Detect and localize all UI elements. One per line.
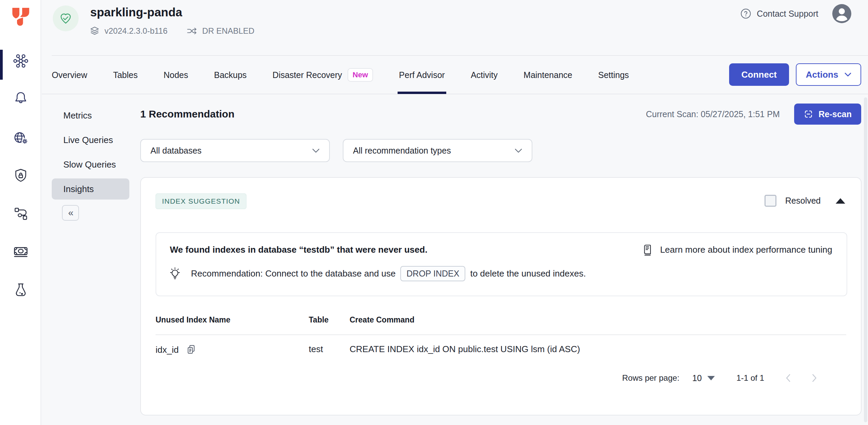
- create-command-cell: CREATE INDEX idx_id ON public.test USING…: [350, 344, 580, 355]
- chevron-down-icon: [312, 148, 320, 153]
- chevron-down-icon: [845, 73, 851, 77]
- yugabyte-logo-icon[interactable]: [10, 5, 32, 28]
- tab-activity[interactable]: Activity: [471, 56, 498, 94]
- database-filter-value: All databases: [150, 146, 202, 156]
- finding-suffix: that were never used.: [335, 245, 428, 255]
- sidenav-label: Live Queries: [63, 135, 113, 145]
- heart-check-icon: [58, 11, 73, 26]
- finding-panel: We found indexes in database “testdb” th…: [156, 232, 847, 296]
- learn-more-link[interactable]: Learn more about index performance tunin…: [641, 243, 832, 256]
- column-header-index-name: Unused Index Name: [156, 315, 230, 325]
- cluster-name-title: sparkling-panda: [90, 5, 182, 19]
- tab-backups[interactable]: Backups: [214, 56, 247, 94]
- recommendation-suffix: to delete the unused indexes.: [470, 268, 586, 279]
- drop-index-chip: DROP INDEX: [400, 266, 465, 281]
- table-row: idx_id test CREATE INDEX idx_id ON publi…: [156, 344, 846, 364]
- column-header-create-command: Create Command: [350, 315, 414, 325]
- tab-label: Tables: [113, 70, 138, 80]
- sidebar-item-regions[interactable]: [12, 129, 30, 147]
- sidebar-item-billing[interactable]: [12, 242, 30, 261]
- actions-button[interactable]: Actions: [796, 63, 861, 86]
- recommendation-row: Recommendation: Connect to the database …: [168, 266, 586, 281]
- book-icon: [641, 243, 654, 256]
- dr-status-label: DR ENABLED: [202, 26, 254, 36]
- globe-gear-icon: [12, 129, 30, 147]
- vertical-scrollbar[interactable]: [864, 97, 867, 422]
- tab-nodes[interactable]: Nodes: [163, 56, 188, 94]
- recommendation-prefix: Recommendation: Connect to the database …: [191, 268, 396, 279]
- tab-perf-advisor[interactable]: Perf Advisor: [399, 56, 445, 94]
- index-name-cell: idx_id: [156, 344, 196, 356]
- current-scan-label: Current Scan: 05/27/2025, 1:51 PM: [646, 109, 779, 119]
- resolved-label: Resolved: [785, 196, 821, 206]
- rescan-label: Re-scan: [819, 109, 852, 119]
- tab-tables[interactable]: Tables: [113, 56, 138, 94]
- perf-advisor-side-nav: Metrics Live Queries Slow Queries Insigh…: [52, 105, 129, 221]
- page-range-label: 1-1 of 1: [737, 373, 764, 383]
- tab-overview[interactable]: Overview: [52, 56, 87, 94]
- learn-more-label: Learn more about index performance tunin…: [660, 245, 832, 255]
- table-name-cell: test: [309, 344, 323, 355]
- recommendation-count-heading: 1 Recommendation: [140, 108, 235, 120]
- tab-label: Backups: [214, 70, 247, 80]
- rows-per-page-caret-icon[interactable]: [707, 376, 715, 380]
- contact-support-button[interactable]: Contact Support: [740, 8, 818, 19]
- sidenav-item-slow-queries[interactable]: Slow Queries: [52, 154, 129, 175]
- filter-row: All databases All recommendation types: [140, 139, 532, 162]
- column-header-table: Table: [309, 315, 328, 325]
- copy-icon[interactable]: [186, 344, 196, 356]
- database-filter-select[interactable]: All databases: [140, 139, 330, 162]
- finding-message: We found indexes in database “testdb” th…: [170, 245, 428, 255]
- collapse-card-caret-icon[interactable]: [836, 198, 845, 204]
- tab-label: Disaster Recovery: [273, 70, 342, 80]
- connect-label: Connect: [741, 69, 777, 80]
- tab-label: Maintenance: [524, 70, 572, 80]
- sidenav-item-insights[interactable]: Insights: [52, 178, 129, 200]
- sidenav-item-metrics[interactable]: Metrics: [52, 105, 129, 126]
- flask-icon: [12, 281, 29, 298]
- suggestion-type-badge: INDEX SUGGESTION: [156, 193, 246, 209]
- tab-maintenance[interactable]: Maintenance: [524, 56, 572, 94]
- recommendation-type-filter-select[interactable]: All recommendation types: [343, 139, 532, 162]
- workflow-icon: [12, 205, 29, 222]
- tab-label: Overview: [52, 70, 87, 80]
- collapse-sidebar-button[interactable]: «: [62, 205, 79, 221]
- index-name-value: idx_id: [156, 345, 179, 355]
- next-page-button[interactable]: [812, 374, 817, 382]
- sidenav-item-live-queries[interactable]: Live Queries: [52, 129, 129, 151]
- version-label: v2024.2.3.0-b116: [105, 26, 167, 36]
- layers-icon: [90, 26, 100, 36]
- help-circle-icon: [740, 8, 752, 19]
- finding-database-name: “testdb”: [299, 245, 335, 255]
- lightbulb-icon: [168, 266, 182, 281]
- tab-label: Settings: [598, 70, 629, 80]
- table-header-divider: [156, 334, 846, 335]
- sidebar-item-labs[interactable]: [12, 281, 30, 299]
- previous-page-button[interactable]: [785, 374, 791, 382]
- user-avatar[interactable]: [832, 4, 852, 23]
- sidebar-item-alerts[interactable]: [12, 89, 30, 107]
- rail-active-indicator: [0, 50, 3, 80]
- type-filter-value: All recommendation types: [353, 146, 451, 156]
- shuffle-icon: [187, 27, 197, 35]
- banknote-icon: [12, 243, 30, 261]
- cluster-health-badge: [53, 5, 79, 31]
- finding-message-row: We found indexes in database “testdb” th…: [170, 243, 832, 256]
- sidebar-item-security[interactable]: [12, 166, 30, 185]
- cluster-meta: v2024.2.3.0-b116 DR ENABLED: [90, 26, 254, 36]
- rescan-button[interactable]: Re-scan: [794, 104, 861, 125]
- recommendation-card: INDEX SUGGESTION Resolved We found index…: [140, 177, 862, 415]
- connect-button[interactable]: Connect: [729, 63, 789, 86]
- resolved-controls: Resolved: [765, 195, 845, 207]
- rows-per-page-value[interactable]: 10: [692, 373, 702, 383]
- sidebar-item-clusters[interactable]: [12, 52, 30, 70]
- bell-icon: [12, 89, 29, 106]
- tab-settings[interactable]: Settings: [598, 56, 629, 94]
- resolved-checkbox[interactable]: [765, 195, 776, 207]
- sidebar-item-integrations[interactable]: [12, 204, 30, 223]
- sidenav-label: Slow Queries: [63, 159, 116, 170]
- cluster-hub-icon: [12, 52, 30, 70]
- tab-disaster-recovery[interactable]: Disaster Recovery New: [273, 56, 373, 94]
- double-chevron-left-icon: «: [68, 207, 73, 218]
- actions-label: Actions: [806, 69, 838, 80]
